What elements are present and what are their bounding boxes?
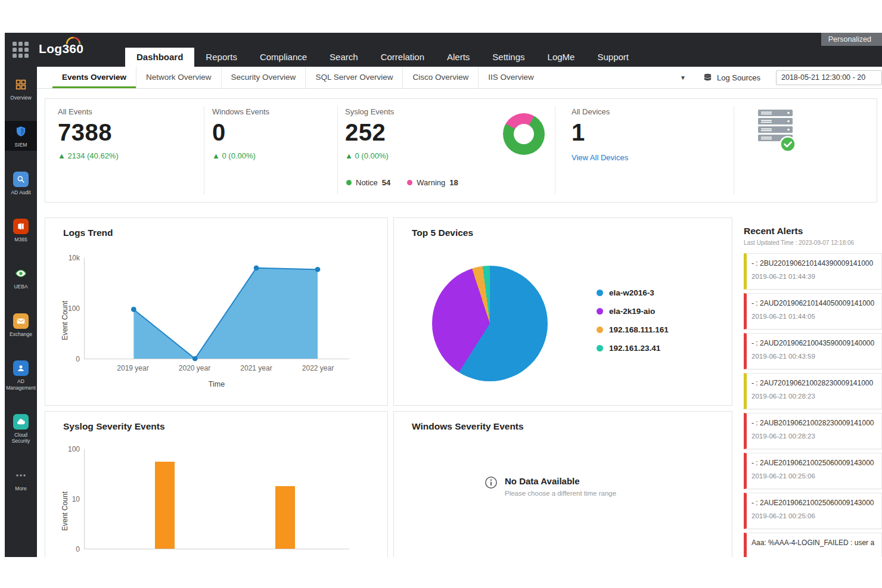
- y-tick-label: 0: [54, 545, 80, 553]
- nav-tab-settings[interactable]: Settings: [481, 48, 536, 67]
- alert-time: 2019-06-21 00:25:06: [751, 512, 877, 519]
- more-tabs-dropdown-icon[interactable]: ▼: [680, 74, 686, 81]
- alert-item[interactable]: - : 2AUB2019062100282300091410002019-06-…: [744, 413, 882, 449]
- y-tick-label: 100: [54, 445, 80, 453]
- legend-value: 18: [449, 178, 458, 187]
- stat-all-events: All Events 7388 ▲ 2134 (40.62%): [58, 107, 119, 160]
- topbar: Log360 DashboardReportsComplianceSearchC…: [5, 33, 882, 67]
- legend-label: 192.168.111.161: [609, 325, 669, 334]
- alert-item[interactable]: - : 2AUD2019062100435900091400002019-06-…: [744, 333, 882, 369]
- nav-tab-reports[interactable]: Reports: [194, 48, 249, 67]
- overview-tabs: Events OverviewNetwork OverviewSecurity …: [37, 67, 544, 88]
- top5-devices-card: Top 5 Devices ela-w2016-3 ela-2k19-aio 1…: [393, 217, 732, 406]
- x-tick-label: 2021 year: [229, 364, 283, 372]
- tab-iis-overview[interactable]: IIS Overview: [478, 67, 544, 88]
- no-data-text: No Data Available Please choose a differ…: [505, 476, 616, 497]
- subnav-right-controls: ▼ Log Sources 2018-05-21 12:30:00 - 20: [680, 67, 882, 88]
- sidebar-item-label: AD Management: [5, 378, 36, 391]
- alert-time: 2019-06-21 00:43:59: [751, 353, 877, 360]
- legend-item: ela-2k19-aio: [597, 307, 669, 316]
- more-icon: [13, 468, 29, 483]
- sidebar-item-overview[interactable]: Overview: [5, 74, 37, 103]
- legend-dot-icon: [597, 345, 603, 351]
- nav-tab-correlation[interactable]: Correlation: [369, 48, 436, 67]
- sidebar: OverviewSIEMAD AuditM365UEBAExchangeAD M…: [5, 67, 37, 557]
- eye-icon: [13, 266, 29, 281]
- legend-label: Notice: [356, 178, 378, 187]
- subnav: Events OverviewNetwork OverviewSecurity …: [37, 67, 882, 89]
- warning-dot-icon: [407, 180, 412, 185]
- sidebar-item-label: AD Audit: [5, 189, 36, 195]
- stat-windows-events: Windows Events 0 ▲ 0 (0.00%): [212, 107, 269, 160]
- log-sources-label: Log Sources: [717, 73, 760, 82]
- stat-label: All Events: [58, 107, 119, 116]
- sidebar-item-ad-management[interactable]: AD Management: [5, 357, 37, 393]
- sidebar-item-m365[interactable]: M365: [5, 216, 37, 245]
- alert-item[interactable]: Aaa: %AAA-4-LOGIN_FAILED : user a: [744, 533, 882, 557]
- alert-item[interactable]: - : 2AUE2019062100250600091430002019-06-…: [744, 453, 882, 489]
- sidebar-item-label: More: [5, 486, 36, 491]
- tab-cisco-overview[interactable]: Cisco Overview: [402, 67, 478, 88]
- legend-dot-icon: [597, 290, 603, 296]
- logo-swoosh-icon: [64, 36, 83, 45]
- donut-hole: [514, 124, 534, 144]
- alert-id: - : 2AUE201906210025060009143000: [751, 499, 877, 507]
- chart-title: Logs Trend: [63, 228, 113, 238]
- personalized-badge[interactable]: Personalized: [821, 33, 882, 46]
- date-range-picker[interactable]: 2018-05-21 12:30:00 - 20: [776, 70, 882, 85]
- tab-security-overview[interactable]: Security Overview: [221, 67, 306, 88]
- alert-id: - : 2AUD201906210043590009140000: [751, 339, 877, 347]
- nav-tab-dashboard[interactable]: Dashboard: [125, 48, 194, 67]
- severity-bar: [155, 462, 175, 549]
- tab-network-overview[interactable]: Network Overview: [136, 67, 221, 88]
- stat-label: Syslog Events: [345, 107, 394, 116]
- legend-item: 192.168.111.161: [597, 325, 669, 334]
- chart-title: Syslog Severity Events: [63, 421, 165, 432]
- syslog-donut-chart: [503, 113, 545, 155]
- sidebar-item-ad-audit[interactable]: AD Audit: [5, 169, 37, 198]
- sidebar-item-ueba[interactable]: UEBA: [5, 263, 37, 292]
- divider: [204, 106, 204, 195]
- sidebar-item-more[interactable]: More: [5, 465, 37, 494]
- sidebar-item-label: M365: [5, 237, 36, 242]
- sidebar-item-exchange[interactable]: Exchange: [5, 310, 37, 340]
- alert-time: 2019-06-21 00:28:23: [751, 433, 877, 440]
- no-data-title: No Data Available: [505, 476, 616, 486]
- tab-events-overview[interactable]: Events Overview: [52, 67, 136, 88]
- x-tick-label: 2022 year: [291, 364, 345, 372]
- syslog-plot: [84, 449, 349, 549]
- sidebar-item-siem[interactable]: SIEM: [5, 121, 37, 150]
- sidebar-item-cloud-security[interactable]: Cloud Security: [5, 411, 37, 447]
- y-tick-label: 100: [54, 304, 80, 313]
- alerts-title: Recent Alerts: [739, 226, 882, 237]
- log-sources-button[interactable]: Log Sources: [703, 73, 760, 83]
- stat-label: All Devices: [572, 107, 628, 116]
- tab-sql-server-overview[interactable]: SQL Server Overview: [305, 67, 402, 88]
- app-window: Log360 DashboardReportsComplianceSearchC…: [5, 33, 882, 557]
- nav-tab-support[interactable]: Support: [586, 48, 640, 67]
- view-all-devices-link[interactable]: View All Devices: [572, 153, 628, 162]
- alerts-list: - : 2BU22019062101443900091410002019-06-…: [739, 253, 882, 557]
- grid-icon: [13, 77, 29, 92]
- x-tick-label: 2019 year: [106, 364, 160, 372]
- y-tick-label: 0: [54, 355, 80, 363]
- nav-tab-alerts[interactable]: Alerts: [436, 48, 481, 67]
- alert-item[interactable]: - : 2AUE2019062100250600091430002019-06-…: [744, 493, 882, 529]
- alert-item[interactable]: - : 2AU72019062100282300091410002019-06-…: [744, 373, 882, 409]
- ad-management-icon: [13, 360, 29, 376]
- stats-summary-card: All Events 7388 ▲ 2134 (40.62%) Windows …: [45, 98, 877, 203]
- alert-item[interactable]: - : 2BU22019062101443900091410002019-06-…: [744, 253, 882, 290]
- chart-title: Windows Severity Events: [412, 421, 524, 432]
- app-launcher-icon[interactable]: [13, 42, 29, 58]
- top5-pie-chart: [432, 266, 548, 381]
- nav-tab-logme[interactable]: LogMe: [536, 48, 586, 67]
- chart-title: Top 5 Devices: [412, 228, 473, 238]
- x-tick-label: 2020 year: [168, 364, 222, 372]
- nav-tab-compliance[interactable]: Compliance: [249, 48, 318, 67]
- alert-item[interactable]: - : 2AUD2019062101440500091410002019-06-…: [744, 293, 882, 329]
- logs-trend-card: Logs Trend Event Count 10k 100 0 Time 20…: [45, 217, 388, 406]
- alert-id: - : 2AUB201906210028230009141000: [751, 419, 877, 427]
- nav-tab-search[interactable]: Search: [318, 48, 369, 67]
- stat-value: 0: [212, 119, 269, 146]
- alert-time: 2019-06-21 00:28:23: [751, 393, 877, 400]
